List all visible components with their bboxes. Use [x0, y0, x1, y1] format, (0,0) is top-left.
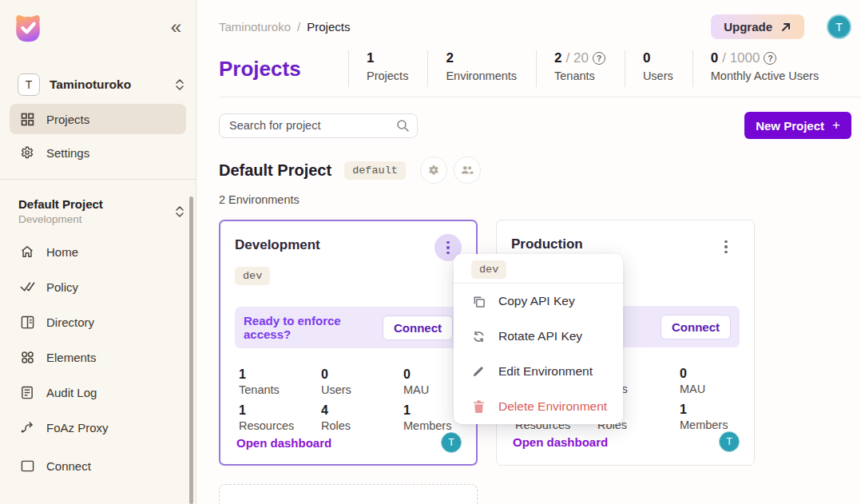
rotate-icon — [470, 328, 486, 344]
stat-value: 0 — [643, 50, 650, 66]
new-environment-placeholder[interactable] — [219, 484, 478, 504]
stat-value: 1 — [367, 50, 374, 66]
search-icon — [396, 119, 410, 133]
new-project-button[interactable]: New Project + — [744, 112, 851, 139]
stat-environments: 2 Environments — [427, 50, 536, 87]
sidebar-item-connect[interactable]: Connect — [10, 449, 186, 482]
chevron-updown-icon — [175, 205, 184, 218]
sidebar-item-elements[interactable]: Elements — [10, 340, 186, 374]
stat-cell: 0Users — [321, 367, 403, 396]
stat-cell: 1Tenants — [239, 367, 321, 396]
environment-key-tag: dev — [235, 267, 270, 285]
breadcrumb-workspace[interactable]: Taminoturoko — [219, 20, 291, 34]
menu-item-label: Delete Environment — [498, 399, 607, 414]
menu-item-copy-api-key[interactable]: Copy API Key — [454, 284, 623, 319]
menu-item-label: Copy API Key — [498, 294, 575, 308]
sidebar-item-label: Elements — [46, 351, 97, 364]
grid-icon — [19, 111, 35, 127]
connect-button[interactable]: Connect — [661, 315, 731, 339]
projects-toolbar: New Project + — [219, 112, 851, 139]
breadcrumb: Taminoturoko / Projects — [219, 20, 350, 34]
upgrade-button[interactable]: Upgrade — [711, 14, 804, 39]
sidebar-item-label: Projects — [46, 113, 89, 126]
workspace-name: Taminoturoko — [50, 77, 165, 92]
stat-cell: 1Resources — [239, 403, 321, 432]
page-title: Projects — [219, 57, 348, 81]
sidebar-item-settings[interactable]: Settings — [10, 137, 186, 168]
open-dashboard-link[interactable]: Open dashboard — [236, 436, 331, 450]
stat-projects: 1 Projects — [348, 50, 427, 87]
sidebar-item-projects[interactable]: Projects — [10, 104, 186, 134]
stat-value: 2 — [446, 50, 453, 66]
member-avatar[interactable]: T — [441, 432, 462, 453]
elements-circles-icon — [19, 349, 35, 365]
enforce-access-banner: Ready to enforce access? Connect — [235, 307, 462, 348]
project-switcher-name: Default Project — [18, 197, 175, 211]
menu-item-delete-environment[interactable]: Delete Environment — [454, 389, 623, 424]
sidebar-item-home[interactable]: Home — [10, 235, 186, 268]
project-settings-button[interactable] — [420, 157, 447, 184]
sidebar-divider — [0, 179, 196, 180]
sidebar-item-label: Home — [46, 245, 78, 259]
menu-item-rotate-api-key[interactable]: Rotate API Key — [454, 319, 623, 354]
project-key-tag: default — [344, 161, 406, 180]
stat-cell: 0MAU — [680, 367, 740, 395]
terminal-icon — [19, 458, 35, 474]
directory-card-icon — [19, 314, 35, 330]
sidebar-collapse-icon[interactable]: « — [171, 18, 180, 37]
member-avatar[interactable]: T — [719, 431, 740, 452]
sidebar-item-label: Settings — [46, 146, 89, 160]
project-title: Default Project — [219, 161, 331, 180]
stat-value: 2 — [554, 50, 561, 66]
members-icon — [460, 165, 474, 176]
sidebar-scrollbar[interactable] — [189, 196, 193, 504]
help-icon[interactable]: ? — [764, 52, 776, 65]
project-members-button[interactable] — [454, 157, 481, 184]
user-avatar[interactable]: T — [827, 14, 851, 39]
stat-mau: 0 / 1000 ? Monthly Active Users — [692, 50, 838, 87]
kebab-menu-button[interactable] — [712, 233, 740, 260]
proxy-route-icon — [19, 419, 35, 435]
project-heading-row: Default Project default — [219, 157, 861, 184]
open-dashboard-link[interactable]: Open dashboard — [513, 435, 608, 449]
double-check-icon — [19, 279, 35, 295]
pencil-icon — [470, 363, 486, 379]
plus-icon: + — [832, 117, 840, 133]
gear-icon — [427, 164, 440, 177]
sidebar: « T Taminoturoko Projects Settings — [0, 0, 196, 504]
environment-title: Development — [235, 237, 320, 253]
menu-item-edit-environment[interactable]: Edit Environment — [454, 354, 623, 389]
environment-card-development[interactable]: Development dev Ready to enforce access?… — [219, 220, 478, 466]
home-icon — [19, 244, 35, 260]
help-icon[interactable]: ? — [593, 52, 605, 65]
external-arrow-icon — [780, 22, 792, 33]
search-input[interactable] — [219, 113, 418, 138]
sidebar-item-label: Audit Log — [46, 386, 97, 399]
connect-button[interactable]: Connect — [383, 315, 453, 340]
menu-env-tag: dev — [471, 260, 506, 279]
stat-label: Tenants — [554, 69, 605, 82]
sidebar-item-foaz-proxy[interactable]: FoAz Proxy — [10, 411, 186, 444]
workspace-initial-badge: T — [18, 73, 40, 96]
stat-value: 0 — [711, 50, 718, 66]
environment-count: 2 Environments — [219, 193, 861, 206]
sidebar-item-directory[interactable]: Directory — [10, 305, 186, 339]
project-switcher[interactable]: Default Project Development — [18, 197, 184, 225]
sidebar-item-audit-log[interactable]: Audit Log — [10, 375, 186, 409]
document-lines-icon — [19, 384, 35, 400]
environment-title: Production — [511, 236, 583, 252]
stat-cell: 4Roles — [321, 403, 403, 432]
upgrade-label: Upgrade — [724, 20, 772, 34]
menu-item-label: Edit Environment — [498, 364, 593, 379]
sidebar-item-label: Directory — [46, 315, 94, 329]
stats-header: Projects 1 Projects 2 Environments 2 / 2… — [219, 50, 861, 87]
trash-icon — [470, 399, 486, 415]
workspace-selector[interactable]: T Taminoturoko — [18, 73, 184, 96]
sidebar-item-label: Policy — [46, 280, 78, 294]
sidebar-item-label: Connect — [46, 459, 91, 473]
permit-logo-icon — [10, 10, 46, 46]
stat-max: / 20 — [566, 50, 589, 66]
sidebar-item-policy[interactable]: Policy — [10, 270, 186, 304]
new-project-label: New Project — [756, 119, 824, 133]
sidebar-nav: Home Policy Directory — [0, 235, 196, 482]
